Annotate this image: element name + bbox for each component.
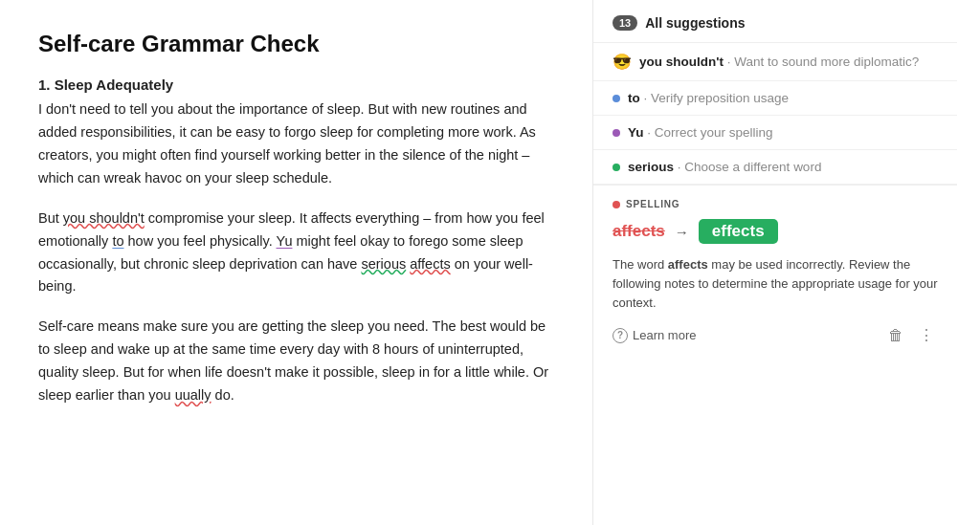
highlight-yu[interactable]: Yu xyxy=(277,233,293,249)
spelling-card-footer: ? Learn more 🗑 ⋮ xyxy=(612,324,938,346)
suggestion-dot-blue xyxy=(612,95,620,102)
paragraph-1: I don't need to tell you about the impor… xyxy=(38,98,554,190)
suggestion-item-shouldnt[interactable]: 😎 you shouldn't · Want to sound more dip… xyxy=(593,43,957,81)
suggestion-keyword: serious xyxy=(628,160,674,174)
suggestion-keyword: you shouldn't xyxy=(639,55,724,69)
learn-more-button[interactable]: ? Learn more xyxy=(612,328,696,343)
suggestion-hint: · Choose a different word xyxy=(678,160,822,174)
suggestion-emoji: 😎 xyxy=(612,53,632,71)
highlight-affects[interactable]: affects xyxy=(410,256,450,272)
spelling-card: SPELLING affects → effects The word affe… xyxy=(593,186,957,525)
question-icon: ? xyxy=(612,328,628,343)
suggestion-item-serious[interactable]: serious · Choose a different word xyxy=(593,150,957,185)
highlight-to[interactable]: to xyxy=(112,233,123,249)
suggestion-dot-green xyxy=(612,164,620,171)
suggestion-text: serious · Choose a different word xyxy=(628,160,821,174)
suggestions-panel: 13 All suggestions 😎 you shouldn't · Wan… xyxy=(593,0,957,525)
section-heading: 1. Sleep Adequately xyxy=(38,77,554,93)
suggestion-count-badge: 13 xyxy=(612,15,637,31)
suggestion-hint: · Want to sound more diplomatic? xyxy=(727,55,920,69)
suggestions-header: 13 All suggestions xyxy=(593,0,957,43)
spelling-description: The word affects may be used incorrectly… xyxy=(612,255,938,313)
suggestion-keyword: Yu xyxy=(628,125,644,140)
spelling-indicator-dot xyxy=(612,201,620,208)
suggestion-hint: · Correct your spelling xyxy=(647,125,772,140)
spelling-description-bold: affects xyxy=(668,257,708,272)
highlight-uually[interactable]: uually xyxy=(175,387,212,403)
more-options-button[interactable]: ⋮ xyxy=(915,324,938,346)
document-panel: Self-care Grammar Check 1. Sleep Adequat… xyxy=(0,0,593,525)
suggestion-text: you shouldn't · Want to sound more diplo… xyxy=(639,55,919,69)
spelling-label-row: SPELLING xyxy=(612,199,938,209)
suggestion-keyword: to xyxy=(628,91,640,105)
paragraph-2: But you shouldn't compromise your sleep.… xyxy=(38,208,554,299)
word-correct: effects xyxy=(699,219,778,244)
correction-arrow-icon: → xyxy=(675,224,689,240)
spelling-correction-row: affects → effects xyxy=(612,219,938,244)
suggestion-item-yu[interactable]: Yu · Correct your spelling xyxy=(593,116,957,150)
delete-button[interactable]: 🗑 xyxy=(884,325,907,346)
paragraph-3: Self-care means make sure you are gettin… xyxy=(38,316,554,407)
document-title: Self-care Grammar Check xyxy=(38,31,554,57)
highlight-shouldnt[interactable]: you shouldn't xyxy=(63,210,145,226)
suggestion-dot-purple xyxy=(612,129,620,137)
card-actions: 🗑 ⋮ xyxy=(884,324,938,346)
all-suggestions-label: All suggestions xyxy=(645,15,745,31)
suggestion-item-to[interactable]: to · Verify preposition usage xyxy=(593,81,957,116)
word-wrong: affects xyxy=(612,222,665,241)
suggestion-hint: · Verify preposition usage xyxy=(644,91,790,105)
suggestion-text: to · Verify preposition usage xyxy=(628,91,789,105)
suggestion-text: Yu · Correct your spelling xyxy=(628,125,773,140)
highlight-serious[interactable]: serious xyxy=(361,256,406,272)
suggestions-list: 😎 you shouldn't · Want to sound more dip… xyxy=(593,43,957,186)
spelling-label: SPELLING xyxy=(626,199,679,209)
learn-more-label: Learn more xyxy=(633,328,696,342)
